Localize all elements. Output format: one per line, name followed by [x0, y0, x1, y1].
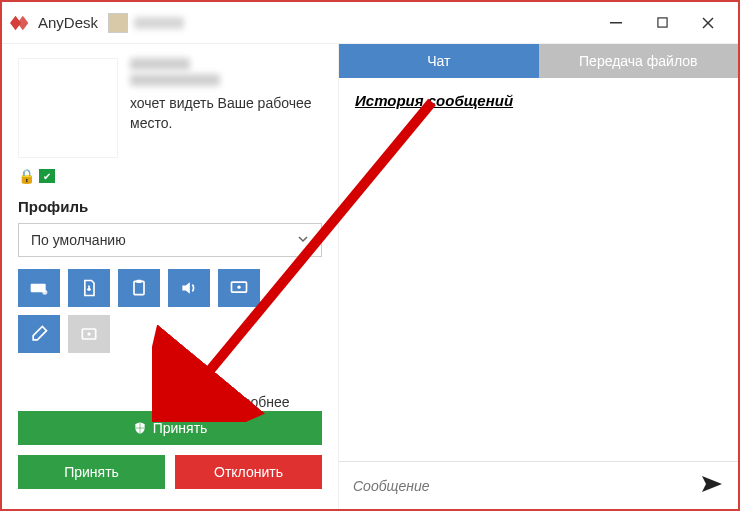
close-button[interactable] — [686, 8, 730, 38]
anydesk-logo-icon — [10, 12, 32, 34]
send-icon — [700, 474, 724, 494]
svg-point-5 — [42, 290, 47, 295]
lock-icon: 🔒 — [18, 168, 35, 184]
left-panel: хочет видеть Ваше рабочее место. 🔒 ✔ Про… — [2, 44, 338, 509]
accept-button[interactable]: Принять — [18, 455, 165, 489]
tab-files[interactable]: Передача файлов — [539, 44, 739, 78]
perm-disabled[interactable] — [68, 315, 110, 353]
svg-point-9 — [237, 286, 240, 289]
titlebar-peer-avatar — [108, 13, 128, 33]
perm-screen[interactable] — [218, 269, 260, 307]
svg-rect-6 — [134, 281, 144, 294]
titlebar-peer-name — [134, 17, 184, 29]
request-info: хочет видеть Ваше рабочее место. — [130, 58, 322, 158]
tab-files-label: Передача файлов — [579, 53, 697, 69]
svg-rect-0 — [610, 22, 622, 24]
minimize-button[interactable] — [594, 8, 638, 38]
perm-file-down[interactable] — [68, 269, 110, 307]
permission-grid — [18, 269, 278, 353]
requester-name — [130, 58, 190, 70]
accept-main-label: Принять — [153, 420, 208, 436]
perm-clipboard[interactable] — [118, 269, 160, 307]
svg-point-11 — [87, 332, 90, 335]
message-input[interactable] — [353, 478, 690, 494]
perm-audio[interactable] — [168, 269, 210, 307]
titlebar: AnyDesk — [2, 2, 738, 44]
verified-icon: ✔ — [39, 169, 55, 183]
app-name: AnyDesk — [38, 14, 98, 31]
chat-history: История сообщений — [339, 78, 738, 461]
accept-main-button[interactable]: Принять — [18, 411, 322, 445]
more-link[interactable]: Подробнее — [217, 394, 290, 410]
tab-chat[interactable]: Чат — [339, 44, 539, 78]
maximize-button[interactable] — [640, 8, 684, 38]
profile-section-title: Профиль — [18, 198, 322, 215]
profile-selected-value: По умолчанию — [31, 232, 126, 248]
reject-label: Отклонить — [214, 464, 283, 480]
chevron-down-icon — [297, 232, 309, 248]
request-message: хочет видеть Ваше рабочее место. — [130, 94, 322, 133]
tab-chat-label: Чат — [427, 53, 450, 69]
right-panel: Чат Передача файлов История сообщений — [338, 44, 738, 509]
history-title: История сообщений — [355, 92, 722, 109]
send-button[interactable] — [700, 474, 724, 498]
perm-draw[interactable] — [18, 315, 60, 353]
requester-id — [130, 74, 220, 86]
svg-rect-1 — [657, 18, 666, 27]
shield-icon — [133, 421, 147, 435]
accept-label: Принять — [64, 464, 119, 480]
perm-keyboard[interactable] — [18, 269, 60, 307]
requester-avatar — [18, 58, 118, 158]
svg-rect-7 — [137, 280, 142, 283]
profile-select[interactable]: По умолчанию — [18, 223, 322, 257]
reject-button[interactable]: Отклонить — [175, 455, 322, 489]
